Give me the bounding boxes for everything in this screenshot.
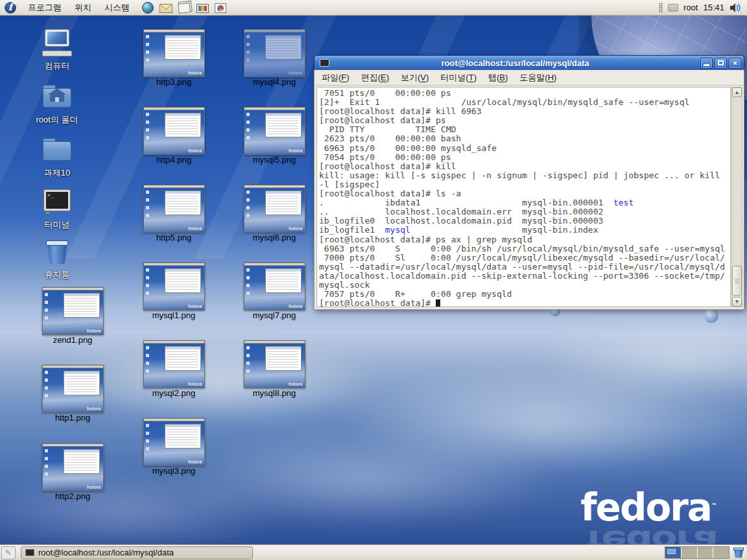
trash-rim	[46, 240, 68, 246]
minimize-button[interactable]	[700, 58, 713, 69]
applet-handle[interactable]	[659, 3, 663, 13]
file-thumbnail: fedora	[244, 107, 305, 155]
file-label: http5.png	[156, 233, 191, 242]
web-browser-icon	[142, 2, 154, 14]
terminal-body: 7051 pts/0 00:00:00 ps[2]+ Exit 1 /usr/l…	[314, 86, 744, 310]
workspace-2[interactable]	[682, 547, 698, 558]
tray-display-icon[interactable]	[668, 4, 678, 12]
scrollbar[interactable]: ▲ ▼	[731, 87, 742, 307]
icon-label: 휴지통	[42, 268, 73, 281]
terminal-output[interactable]: 7051 pts/0 00:00:00 ps[2]+ Exit 1 /usr/l…	[316, 87, 731, 307]
thumbnail-window	[64, 449, 100, 474]
desktop-file-mysql3-png[interactable]: fedoramysql3.png	[143, 418, 205, 476]
terminal-menu-h[interactable]: 도움말(H)	[514, 70, 562, 86]
terminal-line: 7054 pts/0 00:00:00 ps	[319, 153, 730, 162]
desktop-file-mysql5-png[interactable]: fedoramysql5.png	[243, 107, 305, 165]
word-processor-launcher[interactable]	[176, 1, 192, 15]
terminal-text: PID TTY TIME CMD	[319, 124, 456, 134]
spreadsheet-launcher[interactable]	[213, 1, 228, 15]
web-browser-launcher[interactable]	[140, 1, 156, 15]
user-switcher[interactable]: root	[683, 3, 698, 12]
thumbnail-brand: fedora	[87, 406, 101, 411]
thumbnail-brand: fedora	[188, 382, 202, 386]
thumbnail-desktop-icons	[146, 191, 149, 220]
desktop-file-mysql1-png[interactable]: fedoramysql1.png	[143, 262, 205, 320]
terminal-text: 7000 pts/0 Sl 0:00 /usr/local/mysql/libe…	[319, 253, 725, 262]
desktop-file-zend1-png[interactable]: fedorazend1.png	[42, 287, 104, 345]
terminal-menu-e[interactable]: 편집(E)	[355, 70, 395, 86]
workspace-1[interactable]	[665, 547, 682, 558]
workspace-4[interactable]	[713, 547, 729, 558]
desktop-file-mysql2-png[interactable]: fedoramysql2.png	[143, 340, 205, 398]
menu-places[interactable]: 위치	[68, 0, 98, 16]
file-label: mysql2.png	[152, 388, 195, 398]
desktop-file-mysql4-png[interactable]: fedoramysql4.png	[243, 29, 305, 87]
thumbnail-titlebar	[244, 185, 305, 188]
desktop-file-http3-png[interactable]: fedorahttp3.png	[143, 29, 205, 87]
thumbnail-titlebar	[144, 185, 204, 188]
terminal-text: mysql	[385, 225, 410, 235]
scroll-up-button[interactable]: ▲	[732, 88, 742, 97]
terminal-menu-v[interactable]: 보기(V)	[395, 70, 434, 86]
clock[interactable]: 15:41	[703, 3, 724, 12]
presentation-launcher[interactable]	[195, 1, 210, 15]
terminal-menu-f[interactable]: 파일(F)	[316, 70, 355, 86]
thumbnail-window	[165, 113, 201, 137]
terminal-text: [root@localhost data]# ls -a	[319, 189, 461, 198]
desktop-icon-trash[interactable]: 휴지통	[26, 238, 88, 281]
thumbnail-desktop-icons	[146, 35, 149, 65]
desktop-file-http1-png[interactable]: fedorahttp1.png	[42, 365, 104, 423]
desktop-file-mysql6-png[interactable]: fedoramysql6.png	[243, 185, 305, 242]
trash-applet-icon[interactable]	[733, 547, 744, 559]
workspace-3[interactable]	[698, 547, 714, 558]
file-label: http1.png	[55, 413, 90, 423]
show-desktop-button[interactable]: ✎	[1, 546, 16, 559]
menu-applications[interactable]: 프로그램	[21, 0, 68, 16]
desktop-file-mysql8-png[interactable]: fedoramysql8.png	[243, 340, 305, 398]
desktop-icon-computer[interactable]: 컴퓨터	[26, 29, 88, 73]
terminal-window[interactable]: root@localhost:/usr/local/mysql/data × 파…	[314, 55, 744, 310]
terminal-line: [root@localhost data]# ps	[319, 116, 730, 125]
terminal-text: 7054 pts/0 00:00:00 ps	[319, 152, 451, 162]
scroll-down-button[interactable]: ▼	[732, 297, 742, 307]
desktop-icon-terminal-launcher[interactable]: >_터미널	[26, 188, 88, 231]
desktop-file-http5-png[interactable]: fedorahttp5.png	[143, 185, 205, 242]
thumbnail-brand: fedora	[289, 304, 302, 309]
fedora-logo-icon[interactable]: f	[5, 2, 16, 14]
presentation-icon	[196, 4, 209, 13]
close-button[interactable]: ×	[729, 58, 741, 69]
terminal-line: [root@localhost data]# ls -a	[319, 189, 730, 198]
volume-icon[interactable]	[729, 3, 742, 13]
thumbnail-titlebar	[43, 288, 103, 290]
terminal-line: [root@localhost data]# kill	[319, 162, 730, 171]
task-button[interactable]: root@localhost:/usr/local/mysql/data	[21, 546, 253, 559]
close-icon: ×	[733, 59, 737, 67]
file-thumbnail: fedora	[244, 340, 305, 388]
file-label: mysql4.png	[253, 77, 296, 87]
desktop-icon-folder-gwaje10[interactable]: 과제10	[26, 136, 88, 180]
file-thumbnail: fedora	[42, 287, 104, 335]
email-launcher[interactable]	[158, 1, 174, 15]
file-label: http3.png	[156, 77, 191, 87]
terminal-line: . ibdata1 mysql-bin.000001 test	[319, 198, 730, 207]
workspace-switcher	[665, 546, 729, 559]
taskbar-right	[665, 546, 747, 559]
menu-system[interactable]: 시스템	[98, 0, 136, 16]
terminal-line: .. localhost.localdomain.err mysql-bin.0…	[319, 207, 730, 216]
trash-can	[734, 550, 743, 558]
desktop-file-mysql7-png[interactable]: fedoramysql7.png	[243, 262, 305, 320]
terminal-menubar: 파일(F)편집(E)보기(V)터미널(T)탭(B)도움말(H)	[314, 70, 744, 86]
terminal-line: [2]+ Exit 1 /usr/local/mysql/bin/mysqld_…	[319, 98, 730, 107]
maximize-button[interactable]	[715, 58, 727, 69]
terminal-menu-t[interactable]: 터미널(T)	[434, 70, 482, 86]
file-label: http4.png	[156, 155, 191, 165]
thumbnail-desktop-icons	[45, 371, 48, 401]
thumbnail-window	[64, 293, 100, 318]
desktop-icon-root-home-folder[interactable]: root의 폴더	[26, 83, 88, 126]
scrollbar-thumb[interactable]	[732, 266, 742, 296]
selection-overlay	[244, 30, 305, 76]
terminal-menu-b[interactable]: 탭(B)	[482, 70, 514, 86]
desktop-file-http2-png[interactable]: fedorahttp2.png	[42, 443, 104, 501]
desktop-file-http4-png[interactable]: fedorahttp4.png	[143, 107, 205, 165]
window-titlebar[interactable]: root@localhost:/usr/local/mysql/data ×	[314, 55, 744, 70]
